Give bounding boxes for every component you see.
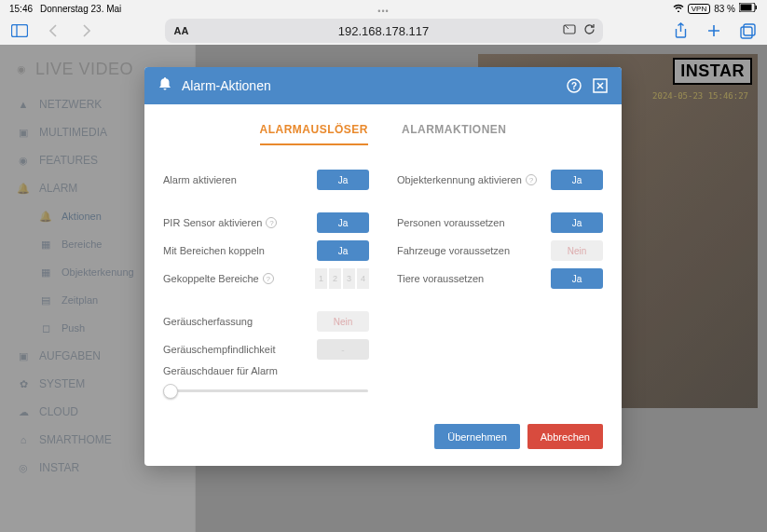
address-bar[interactable]: AA 192.168.178.117 — [165, 19, 603, 43]
label-objekterkennung: Objekterkennung aktivieren? — [397, 174, 537, 185]
back-button[interactable] — [43, 20, 63, 41]
toggle-fahrzeuge[interactable]: Nein — [551, 240, 603, 261]
toggle-tiere[interactable]: Ja — [551, 268, 603, 289]
svg-rect-7 — [741, 27, 752, 38]
tab-alarmausloser[interactable]: ALARMAUSLÖSER — [260, 123, 369, 145]
tab-alarmaktionen[interactable]: ALARMAKTIONEN — [402, 123, 507, 145]
svg-text:?: ? — [571, 81, 577, 91]
uebernehmen-button[interactable]: Übernehmen — [434, 424, 520, 449]
handoff-dots: ••• — [377, 7, 389, 16]
forward-button[interactable] — [76, 20, 97, 41]
label-geraeuschdauer: Geräuschdauer für Alarm — [163, 365, 278, 376]
sidebar-toggle-icon[interactable] — [9, 20, 30, 41]
svg-rect-3 — [12, 25, 28, 37]
alarm-aktionen-modal: Alarm-Aktionen ? ALARMAUSLÖSER ALARMAKTI… — [144, 67, 622, 466]
modal-title: Alarm-Aktionen — [182, 78, 556, 93]
close-icon[interactable] — [592, 77, 609, 94]
label-personen: Personen voraussetzen — [397, 217, 505, 228]
extensions-icon[interactable] — [563, 23, 576, 38]
label-fahrzeuge: Fahrzeuge voraussetzen — [397, 245, 510, 256]
help-icon[interactable]: ? — [266, 217, 277, 228]
label-tiere: Tiere voraussetzen — [397, 273, 484, 284]
label-geraeuscherfassung: Geräuscherfassung — [163, 316, 253, 327]
toggle-pir-sensor[interactable]: Ja — [317, 212, 369, 233]
status-date: Donnerstag 23. Mai — [40, 4, 121, 14]
vpn-badge: VPN — [688, 4, 710, 14]
slider-thumb[interactable] — [163, 384, 178, 399]
modal-tabs: ALARMAUSLÖSER ALARMAKTIONEN — [163, 123, 603, 145]
reload-icon[interactable] — [583, 23, 596, 38]
browser-toolbar: AA 192.168.178.117 — [0, 17, 767, 45]
status-time: 15:46 — [9, 4, 33, 14]
toggle-alarm-aktivieren[interactable]: Ja — [317, 170, 369, 190]
slider-geraeuschdauer[interactable] — [163, 389, 368, 392]
help-icon[interactable]: ? — [526, 174, 537, 185]
reader-aa-icon[interactable]: AA — [174, 25, 189, 36]
tabs-icon[interactable] — [737, 20, 758, 41]
right-column: Objekterkennung aktivieren? Ja Personen … — [397, 168, 603, 396]
label-alarm-aktivieren: Alarm aktivieren — [163, 174, 237, 185]
value-geraeuschempfindlichkeit: - — [317, 339, 369, 360]
abbrechen-button[interactable]: Abbrechen — [527, 424, 603, 449]
gekoppelte-bereiche-numbers[interactable]: 1 2 3 4 — [315, 268, 369, 289]
label-geraeuschempfindlichkeit: Geräuschempfindlichkeit — [163, 344, 275, 355]
help-icon[interactable]: ? — [566, 77, 582, 94]
address-url: 192.168.178.117 — [338, 24, 430, 38]
new-tab-icon[interactable] — [704, 20, 724, 41]
svg-rect-6 — [744, 24, 755, 35]
label-pir-sensor: PIR Sensor aktivieren? — [163, 217, 277, 228]
modal-footer: Übernehmen Abbrechen — [144, 411, 622, 466]
battery-icon — [739, 3, 758, 14]
toggle-objekterkennung[interactable]: Ja — [551, 170, 603, 190]
toggle-mit-bereichen[interactable]: Ja — [317, 240, 369, 261]
left-column: Alarm aktivieren Ja PIR Sensor aktiviere… — [163, 168, 369, 396]
modal-header: Alarm-Aktionen ? — [144, 67, 622, 104]
ios-status-bar: 15:46 Donnerstag 23. Mai ••• VPN 83 % — [0, 0, 767, 17]
label-gekoppelte-bereiche: Gekoppelte Bereiche? — [163, 273, 274, 284]
battery-pct: 83 % — [714, 4, 735, 14]
share-icon[interactable] — [670, 20, 691, 41]
wifi-icon — [673, 3, 684, 14]
bell-icon — [158, 76, 172, 95]
svg-rect-1 — [741, 5, 752, 11]
label-mit-bereichen: Mit Bereichen koppeln — [163, 245, 265, 256]
svg-rect-2 — [756, 6, 758, 9]
toggle-geraeuscherfassung[interactable]: Nein — [317, 311, 369, 332]
toggle-personen[interactable]: Ja — [551, 212, 603, 233]
help-icon[interactable]: ? — [263, 273, 274, 284]
